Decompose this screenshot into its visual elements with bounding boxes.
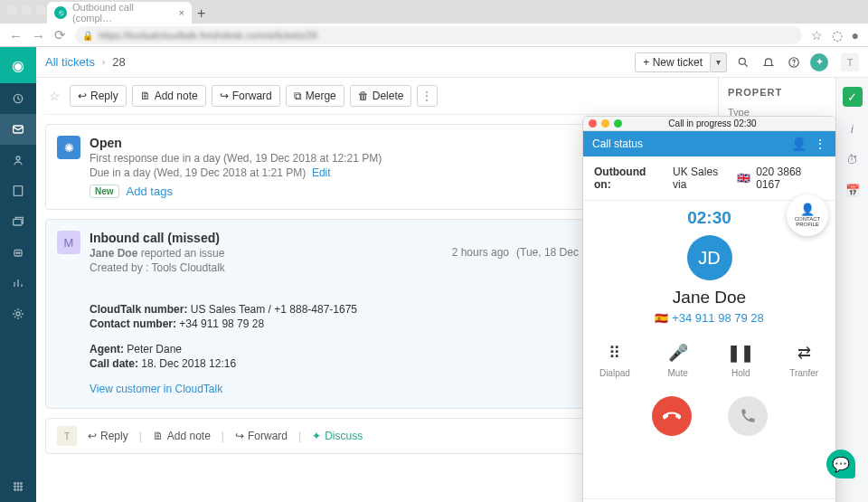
left-navigation: ◉ <box>0 47 36 502</box>
ticket-id: 28 <box>112 55 125 69</box>
freshconnect-icon[interactable]: ✦ <box>810 53 828 71</box>
nav-tickets[interactable] <box>0 114 36 145</box>
user-avatar[interactable]: T <box>841 53 859 71</box>
delete-button[interactable]: 🗑 Delete <box>350 85 412 107</box>
tab-title: Outbound call (compl… <box>72 2 174 24</box>
new-ticket-caret[interactable]: ▾ <box>711 52 727 72</box>
contact-name: Jane Doe <box>673 288 746 308</box>
module-calendar-icon[interactable]: 📅 <box>844 181 862 199</box>
field-label: Agent: <box>90 343 124 355</box>
add-note-action[interactable]: 🗎 Add note| <box>153 430 224 442</box>
svg-rect-4 <box>14 219 22 225</box>
hangup-button[interactable] <box>652 396 692 436</box>
call-progress-text: Call in progress 02:30 <box>627 118 798 128</box>
call-widget: Call in progress 02:30 Call status 👤 ⋮ O… <box>582 116 836 502</box>
created-by: Created by : Tools Cloudtalk <box>90 261 443 274</box>
svg-point-17 <box>21 489 23 491</box>
dial-button[interactable] <box>728 396 768 436</box>
new-tab-button[interactable]: + <box>197 5 205 24</box>
module-check-icon[interactable]: ✓ <box>843 87 863 107</box>
help-icon[interactable] <box>785 53 803 71</box>
nav-forums[interactable] <box>0 206 36 237</box>
svg-point-2 <box>16 156 20 160</box>
contact-avatar: JD <box>687 235 732 280</box>
star-icon[interactable]: ☆ <box>811 28 823 43</box>
transfer-action[interactable]: ⇄Tranfer <box>772 343 835 378</box>
line-name: UK Sales via <box>673 166 731 191</box>
nav-dashboard[interactable] <box>0 83 36 114</box>
conversation-title: Inbound call (missed) <box>90 231 443 245</box>
svg-point-12 <box>14 486 16 488</box>
outbound-label: Outbound on: <box>594 166 662 191</box>
browser-tab[interactable]: ⎋ Outbound call (compl… × <box>47 2 192 24</box>
more-menu[interactable]: ⋮ <box>417 85 438 107</box>
discuss-action[interactable]: ✦ Discuss <box>312 430 363 442</box>
window-close-icon[interactable] <box>589 119 597 128</box>
reply-button[interactable]: ↩ Reply <box>70 85 127 107</box>
es-flag-icon: 🇪🇸 <box>655 312 668 325</box>
app-favicon: ⎋ <box>54 6 67 19</box>
person-icon[interactable]: 👤 <box>791 137 807 151</box>
star-ticket[interactable]: ☆ <box>45 85 64 107</box>
new-ticket-button[interactable]: + New ticket <box>635 52 711 72</box>
add-note-button[interactable]: 🗎 Add note <box>132 85 206 107</box>
transfer-icon: ⇄ <box>797 343 811 361</box>
view-customer-link[interactable]: View customer in CloudTalk <box>90 383 222 395</box>
call-timer: 02:30 <box>687 208 731 228</box>
search-icon[interactable] <box>734 53 752 71</box>
nav-contacts[interactable] <box>0 145 36 175</box>
contact-profile-button[interactable]: 👤 CONTACT PROFILE <box>787 194 828 236</box>
field-value: Peter Dane <box>124 343 182 355</box>
bell-icon[interactable] <box>760 53 778 71</box>
uk-flag-icon: 🇬🇧 <box>737 172 750 185</box>
line-number: 020 3868 0167 <box>756 166 825 191</box>
chat-fab[interactable]: 💬 <box>826 450 855 478</box>
svg-point-16 <box>17 489 19 491</box>
forward-button[interactable]: ↪ Forward <box>212 85 280 107</box>
pause-icon: ❚❚ <box>727 343 754 361</box>
right-modules-bar: ✓ i ⏱ 📅 <box>835 78 868 502</box>
svg-point-11 <box>21 483 23 485</box>
call-status-label: Call status <box>592 137 643 150</box>
nav-apps[interactable] <box>0 471 36 502</box>
more-vert-icon[interactable]: ⋮ <box>814 137 826 151</box>
merge-button[interactable]: ⧉ Merge <box>286 85 344 107</box>
nav-reports[interactable] <box>0 268 36 298</box>
requester-avatar: M <box>57 231 80 254</box>
field-label: Contact number: <box>90 317 176 330</box>
svg-point-6 <box>16 252 17 253</box>
nav-robot[interactable] <box>0 237 36 268</box>
mute-action[interactable]: 🎤Mute <box>646 343 710 378</box>
nav-solutions[interactable] <box>0 175 36 206</box>
new-ticket-label: + New ticket <box>643 56 703 69</box>
forward-icon[interactable]: → <box>32 28 45 43</box>
close-icon[interactable]: × <box>179 7 184 18</box>
due-text: Due in a day (Wed, 19 Dec 2018 at 1:21 P… <box>90 166 306 179</box>
nav-settings[interactable] <box>0 298 36 329</box>
edit-due-link[interactable]: Edit <box>312 166 331 179</box>
module-info-icon[interactable]: i <box>844 119 862 137</box>
extension-icon[interactable]: ◌ <box>832 28 843 43</box>
dialpad-action[interactable]: ⠿Dialpad <box>583 343 646 378</box>
module-timer-icon[interactable]: ⏱ <box>844 150 862 168</box>
current-user-avatar: T <box>57 426 77 446</box>
svg-point-20 <box>794 64 795 65</box>
hold-action[interactable]: ❚❚Hold <box>710 343 773 378</box>
profile-icon[interactable]: ● <box>852 28 859 43</box>
field-value: 18. Dec 2018 12:16 <box>138 357 236 370</box>
app-logo[interactable]: ◉ <box>0 47 36 83</box>
reply-action[interactable]: ↩ Reply| <box>88 430 142 442</box>
time-relative: 2 hours ago <box>452 246 509 259</box>
dialpad-icon: ⠿ <box>609 343 620 361</box>
forward-action[interactable]: ↪ Forward| <box>235 430 301 442</box>
svg-point-15 <box>14 489 16 491</box>
status-avatar: ✺ <box>57 136 80 159</box>
reload-icon[interactable]: ⟳ <box>54 27 66 43</box>
breadcrumb-all-tickets[interactable]: All tickets <box>45 55 95 69</box>
address-bar[interactable]: 🔒 https://toolsatcloudtalk.freshdesk.com… <box>75 26 802 44</box>
window-max-icon[interactable] <box>614 119 622 128</box>
lock-icon: 🔒 <box>82 31 93 41</box>
window-min-icon[interactable] <box>601 119 609 128</box>
add-tags-link[interactable]: Add tags <box>127 185 173 198</box>
back-icon[interactable]: ← <box>9 28 23 43</box>
